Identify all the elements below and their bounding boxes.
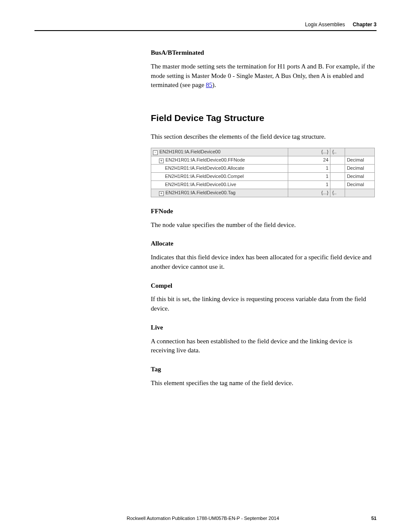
cell-extra — [330, 156, 345, 165]
cell-value: 1 — [288, 173, 330, 181]
page-footer: Rockwell Automation Publication 1788-UM0… — [34, 516, 377, 521]
cell-tag-name: +EN2H1R01:IA.FieldDevice00.FFNode — [151, 156, 288, 165]
para-busab-text-b: ). — [212, 81, 216, 88]
cell-extra: {.. — [330, 189, 345, 197]
cell-type: Decimal — [345, 165, 375, 173]
cell-tag-name: EN2H1R01:IA.FieldDevice00.Live — [151, 180, 288, 189]
cell-type: Decimal — [345, 156, 375, 165]
para-busab: The master mode setting sets the termina… — [151, 62, 377, 90]
tag-name-text: EN2H1R01:IA.FieldDevice00.Allocate — [165, 165, 244, 171]
definition-heading: Tag — [151, 365, 377, 374]
tag-name-text: EN2H1R01:IA.FieldDevice00.FFNode — [165, 157, 245, 162]
footer-page-number: 51 — [371, 516, 377, 521]
header-rule — [34, 30, 377, 31]
tag-name-text: EN2H1R01:IA.FieldDevice00.Compel — [165, 174, 244, 179]
tag-name-text: EN2H1R01:IA.FieldDevice00.Live — [165, 182, 236, 187]
tag-name-text: EN2H1R01:IA.FieldDevice00 — [159, 149, 221, 154]
header-chapter-label: Chapter 3 — [353, 22, 377, 28]
definition-heading: Allocate — [151, 239, 377, 249]
cell-tag-name: EN2H1R01:IA.FieldDevice00.Compel — [151, 173, 288, 181]
cell-tag-name: EN2H1R01:IA.FieldDevice00.Allocate — [151, 165, 288, 173]
tree-toggle-icon[interactable]: + — [159, 159, 164, 163]
definition-heading: Compel — [151, 281, 377, 291]
cell-value: 24 — [288, 156, 330, 165]
definition-text: Indicates that this field device index h… — [151, 253, 377, 272]
page-header: Logix Assemblies Chapter 3 — [34, 22, 377, 30]
cell-type: Decimal — [345, 180, 375, 189]
table-row: EN2H1R01:IA.FieldDevice00.Compel1Decimal — [151, 173, 375, 181]
cell-value: {...} — [288, 148, 330, 156]
para-section-intro: This section describes the elements of t… — [151, 132, 377, 142]
definition-text: If this bit is set, the linking device i… — [151, 295, 377, 314]
cell-tag-name: -EN2H1R01:IA.FieldDevice00 — [151, 148, 288, 156]
cell-extra — [330, 180, 345, 189]
cell-tag-name: +EN2H1R01:IA.FieldDevice00.Tag — [151, 189, 288, 197]
cell-type — [345, 148, 375, 156]
table-row: +EN2H1R01:IA.FieldDevice00.FFNode24Decim… — [151, 156, 375, 165]
cell-value: 1 — [288, 165, 330, 173]
definition-heading: FFNode — [151, 207, 377, 216]
definition-text: This element specifies the tag name of t… — [151, 379, 377, 388]
cell-type: Decimal — [345, 173, 375, 181]
cell-value: {...} — [288, 189, 330, 197]
definition-text: A connection has been established to the… — [151, 337, 377, 356]
para-busab-text-a: The master mode setting sets the termina… — [151, 63, 375, 89]
tree-toggle-icon[interactable]: - — [153, 150, 158, 155]
header-section-title: Logix Assemblies — [305, 22, 345, 28]
table-row: +EN2H1R01:IA.FieldDevice00.Tag{...}{.. — [151, 189, 375, 197]
table-row: EN2H1R01:IA.FieldDevice00.Allocate1Decim… — [151, 165, 375, 173]
tag-name-text: EN2H1R01:IA.FieldDevice00.Tag — [165, 190, 236, 195]
cell-extra — [330, 173, 345, 181]
table-row: -EN2H1R01:IA.FieldDevice00{...}{.. — [151, 148, 375, 156]
cell-value: 1 — [288, 180, 330, 189]
definition-text: The node value specifies the number of t… — [151, 221, 377, 230]
tree-toggle-icon[interactable]: + — [159, 191, 164, 196]
cell-extra — [330, 165, 345, 173]
cell-extra: {.. — [330, 148, 345, 156]
definition-heading: Live — [151, 323, 377, 333]
heading-busab: BusA/BTerminated — [151, 48, 377, 58]
tag-structure-table: -EN2H1R01:IA.FieldDevice00{...}{..+EN2H1… — [151, 148, 375, 197]
footer-publication: Rockwell Automation Publication 1788-UM0… — [34, 516, 371, 521]
heading-field-device-tag-structure: Field Device Tag Structure — [151, 112, 377, 124]
main-content: BusA/BTerminated The master mode setting… — [151, 48, 377, 388]
page-link-85[interactable]: 85 — [206, 81, 212, 88]
cell-type — [345, 189, 375, 197]
table-row: EN2H1R01:IA.FieldDevice00.Live1Decimal — [151, 180, 375, 189]
